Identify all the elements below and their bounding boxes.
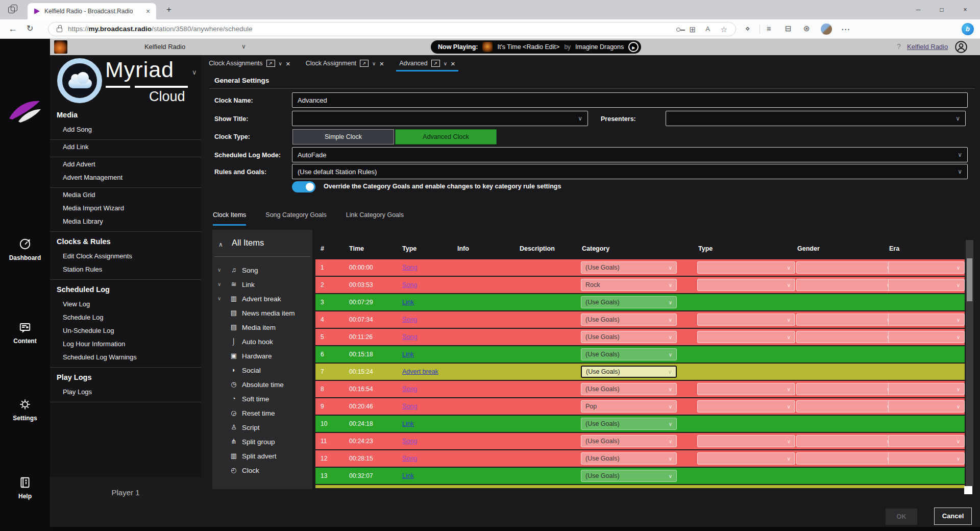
category-dropdown[interactable]: (Use Goals)∨: [581, 383, 677, 395]
subtab-link-category-goals[interactable]: Link Category Goals: [346, 211, 404, 226]
new-tab-button[interactable]: +: [163, 4, 175, 15]
table-row[interactable]: 700:15:24Advert break(Use Goals)∨: [315, 364, 965, 380]
tree-item-script[interactable]: ♙Script: [212, 421, 312, 435]
table-row[interactable]: 1200:28:15Song(Use Goals)∨∨∨∨: [315, 450, 965, 467]
category-dropdown[interactable]: (Use Goals)∨: [581, 470, 677, 482]
tree-item-link[interactable]: ∨≋Link: [212, 278, 312, 292]
row-type-link[interactable]: Link: [402, 420, 414, 427]
sidebar-item-view-log[interactable]: View Log: [50, 298, 201, 311]
sidebar-item-add-song[interactable]: Add Song: [50, 123, 201, 136]
presenters-dropdown[interactable]: ∨: [666, 111, 966, 126]
rules-dropdown[interactable]: (Use default Station Rules)∨: [292, 164, 968, 179]
help-icon[interactable]: ?: [897, 42, 901, 51]
person-icon[interactable]: [954, 40, 968, 54]
chevron-down-icon[interactable]: ∨: [217, 267, 221, 273]
sidebar-item-log-hour-information[interactable]: Log Hour Information: [50, 337, 201, 351]
popout-icon[interactable]: ↗: [266, 60, 275, 67]
favorites-bar-icon[interactable]: ≡: [767, 24, 771, 33]
row-type-link[interactable]: Song: [402, 316, 417, 323]
show-title-dropdown[interactable]: ∨: [292, 111, 588, 126]
category-dropdown[interactable]: (Use Goals)∨: [581, 418, 677, 430]
row-type-link[interactable]: Song: [402, 438, 417, 445]
table-row[interactable]: 1100:24:23Song(Use Goals)∨∨∨∨: [315, 433, 965, 449]
table-row[interactable]: 200:03:53SongRock∨∨∨∨: [315, 277, 965, 293]
gender-dropdown[interactable]: ∨: [796, 452, 895, 465]
popout-icon[interactable]: ↗: [431, 60, 440, 67]
chevron-down-icon[interactable]: ∨: [192, 68, 197, 76]
tree-item-split-advert[interactable]: ▥Split advert: [212, 449, 312, 464]
table-row[interactable]: 1000:24:18Link(Use Goals)∨: [315, 416, 965, 432]
sidebar-item-play-logs[interactable]: Play Logs: [50, 385, 201, 399]
sidebar-item-add-advert[interactable]: Add Advert: [50, 158, 201, 171]
sidebar-item-media-import-wizard[interactable]: Media Import Wizard: [50, 202, 201, 215]
row-type-link[interactable]: Link: [402, 472, 414, 479]
row-type-link[interactable]: Song: [402, 264, 417, 271]
row-type-link[interactable]: Advert break: [402, 368, 438, 375]
tree-item-hardware[interactable]: ▣Hardware: [212, 349, 312, 364]
tab-clock-assignment[interactable]: Clock Assignment↗∨×: [306, 55, 384, 71]
category-dropdown[interactable]: Rock∨: [581, 279, 677, 291]
tab-clock-assignments[interactable]: Clock Assignments↗∨×: [209, 55, 290, 71]
popout-icon[interactable]: ↗: [360, 60, 369, 67]
back-button[interactable]: ←: [8, 23, 17, 34]
tree-item-social[interactable]: ◗Social: [212, 364, 312, 378]
ok-button[interactable]: OK: [886, 509, 917, 525]
advanced-clock-button[interactable]: Advanced Clock: [395, 129, 497, 144]
type-dropdown[interactable]: ∨: [697, 435, 795, 447]
workspaces-icon[interactable]: [8, 5, 18, 15]
category-dropdown[interactable]: (Use Goals)∨: [581, 435, 677, 447]
category-dropdown[interactable]: (Use Goals)∨: [581, 296, 677, 308]
sidebar-item-advert-management[interactable]: Advert Management: [50, 171, 201, 184]
password-key-icon[interactable]: [676, 28, 680, 32]
collapse-icon[interactable]: ∧: [218, 241, 223, 248]
table-row[interactable]: 800:16:54Song(Use Goals)∨∨∨∨: [315, 381, 965, 397]
window-minimize-button[interactable]: ─: [906, 0, 930, 19]
sidebar-item-edit-clock-assignments[interactable]: Edit Clock Assignments: [50, 250, 201, 263]
table-row[interactable]: 600:15:18Link(Use Goals)∨: [315, 346, 965, 363]
era-dropdown[interactable]: ∨: [888, 452, 965, 465]
tab-close-icon[interactable]: ×: [144, 7, 152, 15]
category-dropdown[interactable]: (Use Goals)∨: [581, 331, 677, 343]
copilot-icon[interactable]: b: [962, 23, 974, 35]
chevron-down-icon[interactable]: ∨: [444, 61, 447, 66]
category-dropdown[interactable]: Pop∨: [581, 400, 677, 413]
read-aloud-icon[interactable]: A: [705, 25, 710, 33]
row-type-link[interactable]: Link: [402, 351, 414, 358]
refresh-button[interactable]: ↻: [27, 23, 33, 33]
gender-dropdown[interactable]: ∨: [796, 331, 895, 343]
gender-dropdown[interactable]: ∨: [796, 435, 895, 447]
tree-item-news-media-item[interactable]: ▤News media item: [212, 306, 312, 321]
table-row[interactable]: 300:07:29Link(Use Goals)∨: [315, 294, 965, 310]
favorite-star-icon[interactable]: ☆: [721, 25, 727, 34]
sidebar-item-scheduled-log-warnings[interactable]: Scheduled Log Warnings: [50, 351, 201, 364]
rail-item-settings[interactable]: Settings: [0, 398, 50, 422]
simple-clock-button[interactable]: Simple Clock: [292, 129, 394, 144]
era-dropdown[interactable]: ∨: [888, 261, 965, 274]
close-icon[interactable]: ×: [451, 59, 455, 68]
chevron-down-icon[interactable]: ∨: [217, 296, 221, 301]
collections-icon[interactable]: ⊟: [785, 24, 792, 33]
account-link[interactable]: Kelfield Radio: [907, 43, 948, 51]
tree-item-split-group[interactable]: ⋔Split group: [212, 435, 312, 449]
tree-item-auto-hook[interactable]: ⌡Auto hook: [212, 335, 312, 349]
era-dropdown[interactable]: ∨: [888, 331, 965, 343]
gender-dropdown[interactable]: ∨: [796, 313, 895, 326]
sidebar-item-schedule-log[interactable]: Schedule Log: [50, 311, 201, 324]
table-row[interactable]: 900:20:46SongPop∨∨∨∨: [315, 398, 965, 415]
sidebar-item-un-schedule-log[interactable]: Un-Schedule Log: [50, 324, 201, 337]
extensions-icon[interactable]: ⋄: [745, 24, 750, 33]
gender-dropdown[interactable]: ∨: [796, 383, 895, 395]
row-type-link[interactable]: Song: [402, 403, 417, 410]
tab-advanced[interactable]: Advanced↗∨×: [399, 55, 455, 71]
chevron-down-icon[interactable]: ∨: [372, 61, 376, 66]
era-dropdown[interactable]: ∨: [888, 383, 965, 395]
cancel-button[interactable]: Cancel: [934, 508, 972, 525]
category-dropdown[interactable]: (Use Goals)∨: [581, 313, 677, 326]
browser-tab[interactable]: Kelfield Radio - Broadcast.Radio ×: [28, 3, 156, 19]
close-icon[interactable]: ×: [379, 59, 384, 68]
close-icon[interactable]: ×: [286, 59, 290, 68]
profile-avatar[interactable]: [821, 23, 832, 35]
rail-item-dashboard[interactable]: Dashboard: [0, 237, 50, 262]
type-dropdown[interactable]: ∨: [697, 313, 795, 326]
gender-dropdown[interactable]: ∨: [796, 261, 895, 274]
